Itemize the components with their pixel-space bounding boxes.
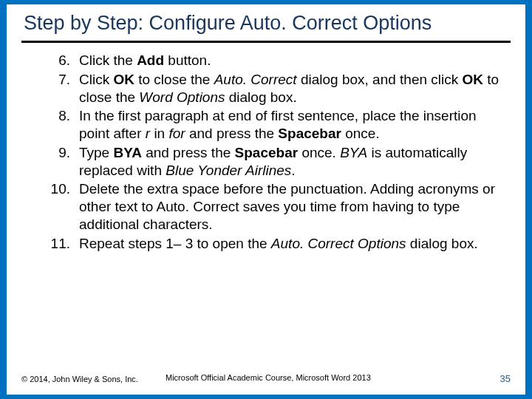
list-item: 9.Type BYA and press the Spacebar once. … xyxy=(50,144,511,180)
list-item: 8.In the first paragraph at end of first… xyxy=(50,107,511,143)
step-text: Click the Add button. xyxy=(79,52,511,69)
page-title: Step by Step: Configure Auto. Correct Op… xyxy=(21,12,511,43)
list-item: 7.Click OK to close the Auto. Correct di… xyxy=(50,71,511,106)
list-item: 11.Repeat steps 1– 3 to open the Auto. C… xyxy=(50,235,511,253)
step-number: 10. xyxy=(50,180,79,233)
step-number: 9. xyxy=(50,144,79,180)
copyright-text: © 2014, John Wiley & Sons, Inc. xyxy=(21,375,138,383)
step-text: Click OK to close the Auto. Correct dial… xyxy=(79,71,511,106)
list-item: 6.Click the Add button. xyxy=(50,52,511,69)
step-number: 11. xyxy=(50,235,79,253)
steps-list: 6.Click the Add button.7.Click OK to clo… xyxy=(21,52,511,252)
step-number: 8. xyxy=(50,107,79,143)
course-text: Microsoft Official Academic Course, Micr… xyxy=(166,373,371,382)
slide: Step by Step: Configure Auto. Correct Op… xyxy=(7,4,525,395)
step-number: 7. xyxy=(50,71,79,106)
page-number: 35 xyxy=(500,373,511,384)
step-text: In the first paragraph at end of first s… xyxy=(79,107,511,143)
step-text: Delete the extra space before the punctu… xyxy=(79,180,511,233)
footer: © 2014, John Wiley & Sons, Inc. Microsof… xyxy=(21,373,511,384)
step-number: 6. xyxy=(50,52,79,69)
list-item: 10.Delete the extra space before the pun… xyxy=(50,180,511,233)
step-text: Repeat steps 1– 3 to open the Auto. Corr… xyxy=(79,235,511,253)
step-text: Type BYA and press the Spacebar once. BY… xyxy=(79,144,511,180)
